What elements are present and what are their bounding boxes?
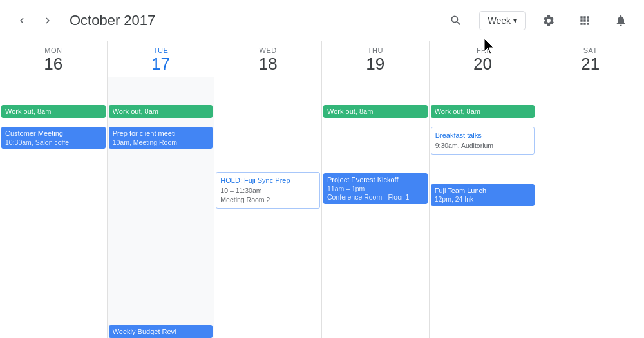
- view-label: Week: [488, 15, 511, 26]
- day-column-tue: Work out, 8am Prep for client meeti 10am…: [108, 77, 215, 338]
- event-customer-meeting[interactable]: Customer Meeting 10:30am, Salon coffe: [1, 127, 106, 149]
- header-actions: Week ▾: [443, 8, 634, 33]
- calendar-header: October 2017 Week ▾: [0, 0, 644, 41]
- day-column-sat: [536, 77, 644, 338]
- day-column-wed: HOLD: Fuji Sync Prep 10 – 11:30am Meetin…: [214, 77, 322, 338]
- event-workout-thu[interactable]: Work out, 8am: [323, 105, 428, 118]
- view-selector[interactable]: Week ▾: [479, 11, 526, 30]
- event-workout-fri[interactable]: Work out, 8am: [431, 105, 535, 118]
- day-header-thu: Thu 19: [322, 41, 430, 77]
- event-fuji-lunch[interactable]: Fuji Team Lunch 12pm, 24 Ink: [431, 184, 535, 206]
- day-header-mon: Mon 16: [0, 41, 108, 77]
- event-fuji-sync[interactable]: HOLD: Fuji Sync Prep 10 – 11:30am Meetin…: [216, 172, 320, 209]
- day-column-thu: Work out, 8am Project Everest Kickoff 11…: [322, 77, 430, 338]
- day-header-sat: Sat 21: [536, 41, 644, 77]
- event-workout-tue[interactable]: Work out, 8am: [109, 105, 213, 118]
- event-workout-mon[interactable]: Work out, 8am: [1, 105, 106, 118]
- notifications-button[interactable]: [608, 8, 634, 33]
- day-header-wed: Wed 18: [214, 41, 322, 77]
- day-headers: Mon 16 Tue 17 Wed 18 Thu 19 Fri 20 Sat 2…: [0, 41, 644, 77]
- dropdown-arrow-icon: ▾: [513, 16, 517, 25]
- event-breakfast-talks[interactable]: Breakfast talks 9:30am, Auditorium: [431, 127, 535, 154]
- event-project-everest[interactable]: Project Everest Kickoff 11am – 1pm Confe…: [323, 173, 428, 204]
- nav-arrows: [10, 9, 59, 32]
- day-column-fri: Work out, 8am Breakfast talks 9:30am, Au…: [430, 77, 537, 338]
- event-prep-client[interactable]: Prep for client meeti 10am, Meeting Room: [109, 127, 213, 149]
- day-header-tue: Tue 17: [108, 41, 215, 77]
- search-button[interactable]: [443, 8, 469, 33]
- month-title: October 2017: [70, 12, 443, 29]
- calendar-body: Work out, 8am Customer Meeting 10:30am, …: [0, 77, 644, 338]
- settings-button[interactable]: [536, 8, 562, 33]
- calendar: Mon 16 Tue 17 Wed 18 Thu 19 Fri 20 Sat 2…: [0, 41, 644, 338]
- prev-button[interactable]: [10, 9, 33, 32]
- next-button[interactable]: [36, 9, 59, 32]
- day-column-mon: Work out, 8am Customer Meeting 10:30am, …: [0, 77, 108, 338]
- event-weekly-budget[interactable]: Weekly Budget Revi: [109, 325, 213, 338]
- day-header-fri: Fri 20: [430, 41, 537, 77]
- apps-button[interactable]: [572, 8, 598, 33]
